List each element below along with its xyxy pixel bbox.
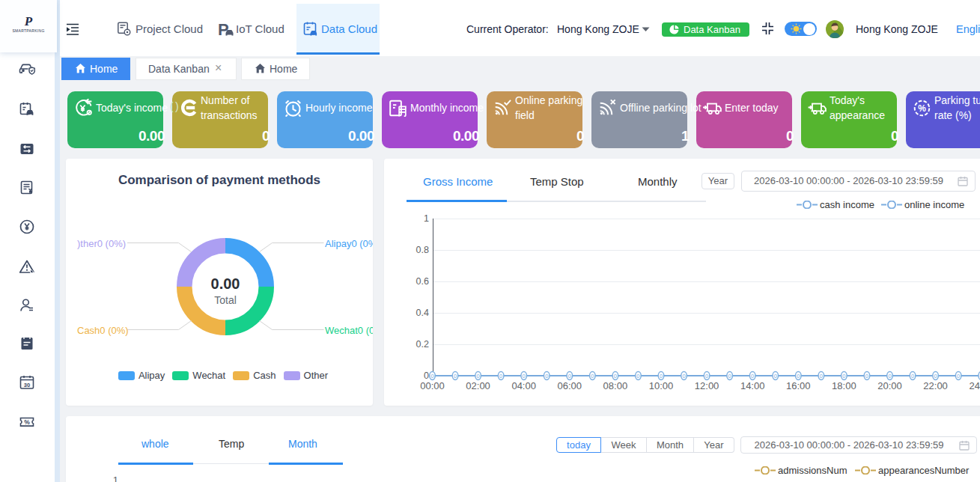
svg-text:0: 0 bbox=[682, 372, 685, 379]
svg-text:0: 0 bbox=[797, 372, 800, 379]
svg-text:0: 0 bbox=[568, 372, 571, 379]
svg-text:0: 0 bbox=[614, 372, 617, 379]
svg-text:0: 0 bbox=[477, 372, 480, 379]
svg-text:0: 0 bbox=[774, 372, 777, 379]
svg-text:0: 0 bbox=[934, 372, 937, 379]
svg-text:0: 0 bbox=[430, 372, 433, 379]
svg-text:0: 0 bbox=[545, 372, 548, 379]
svg-text:0: 0 bbox=[728, 372, 731, 379]
svg-text:%: % bbox=[918, 103, 926, 114]
svg-text:0: 0 bbox=[888, 372, 891, 379]
svg-text:0: 0 bbox=[591, 372, 594, 379]
svg-text:0: 0 bbox=[842, 372, 845, 379]
svg-text:0: 0 bbox=[820, 372, 823, 379]
svg-text:0: 0 bbox=[957, 372, 960, 379]
svg-text:0: 0 bbox=[865, 372, 868, 379]
svg-text:0: 0 bbox=[705, 372, 708, 379]
svg-text:0: 0 bbox=[660, 372, 663, 379]
svg-text:0: 0 bbox=[523, 372, 526, 379]
svg-text:%: % bbox=[24, 418, 30, 426]
svg-text:0: 0 bbox=[499, 372, 502, 379]
svg-text:0: 0 bbox=[751, 372, 754, 379]
svg-text:0: 0 bbox=[911, 372, 914, 379]
svg-text:0: 0 bbox=[454, 372, 457, 379]
svg-text:0: 0 bbox=[636, 372, 639, 379]
svg-text:30: 30 bbox=[24, 382, 30, 388]
